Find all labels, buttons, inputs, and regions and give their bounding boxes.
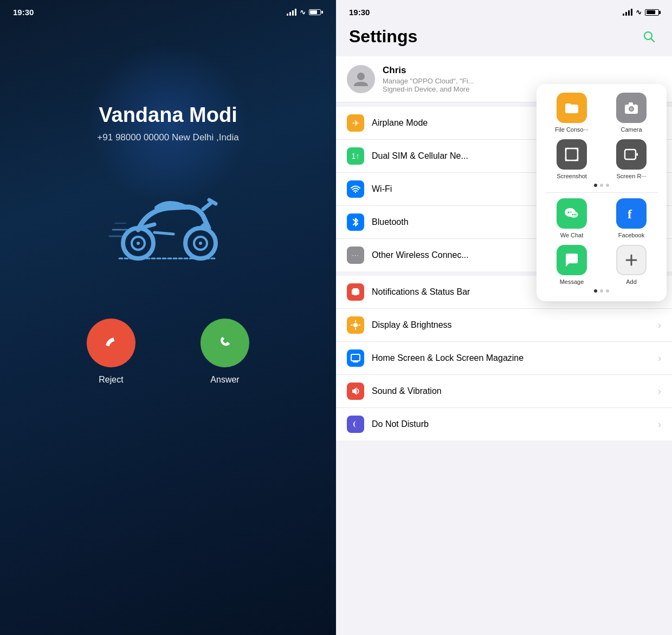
battery-icon-right <box>645 9 659 16</box>
svg-rect-33 <box>566 148 578 160</box>
wifi-icon-right: ∿ <box>636 8 642 16</box>
popup-message[interactable]: Message <box>545 245 598 285</box>
svg-point-17 <box>357 73 365 80</box>
moon-icon <box>351 419 360 429</box>
popup-screen-record[interactable]: Screen R··· <box>605 139 658 179</box>
search-button[interactable] <box>639 27 659 47</box>
answer-label: Answer <box>210 375 239 385</box>
plus-svg-icon <box>624 252 639 268</box>
status-bar-left: 19:30 ∿ <box>0 0 336 17</box>
screenshot-svg-icon <box>564 146 580 163</box>
airplane-icon: ✈ <box>347 114 364 132</box>
scooter-illustration <box>108 176 228 264</box>
person-icon <box>353 71 369 87</box>
homescreen-row[interactable]: Home Screen & Lock Screen Magazine › <box>336 342 672 375</box>
dot-inactive <box>606 289 609 293</box>
camera-label: Camera <box>621 126 642 133</box>
camera-icon <box>616 93 647 123</box>
homescreen-label-wrap: Home Screen & Lock Screen Magazine <box>372 353 658 363</box>
wechat-label: We Chat <box>560 232 584 238</box>
dot-active <box>594 289 597 293</box>
notifications-icon <box>347 283 364 301</box>
svg-text:f: f <box>628 207 632 221</box>
reject-label: Reject <box>99 375 123 385</box>
dnd-icon <box>347 416 364 433</box>
reject-phone-icon <box>101 333 121 353</box>
add-icon <box>616 245 647 275</box>
wifi-symbol <box>351 185 360 193</box>
screen-record-svg-icon <box>623 146 639 163</box>
popup-grid-page1: File Conso··· Camera <box>545 93 658 179</box>
svg-line-10 <box>154 232 173 234</box>
chevron-icon: › <box>658 353 661 364</box>
chevron-icon: › <box>658 320 661 331</box>
popup-grid-page2: We Chat f Facebook Message <box>545 198 658 285</box>
popup-separator <box>545 192 658 193</box>
bluetooth-icon <box>347 213 364 231</box>
dual-sim-icon: 1↑ <box>347 147 364 165</box>
svg-point-41 <box>574 214 576 216</box>
answer-circle[interactable] <box>201 319 249 367</box>
speaker-icon <box>351 386 360 396</box>
reject-call-button[interactable]: Reject <box>87 319 135 385</box>
popup-facebook[interactable]: f Facebook <box>605 198 658 238</box>
screenshot-icon <box>557 139 587 170</box>
screen-record-icon <box>616 139 647 170</box>
folder-icon <box>564 100 580 116</box>
bluetooth-symbol <box>352 217 359 228</box>
svg-line-16 <box>651 38 655 42</box>
wifi-icon: ∿ <box>300 8 306 16</box>
sound-row[interactable]: Sound & Vibration › <box>336 375 672 408</box>
dot-inactive <box>606 184 609 187</box>
display-row[interactable]: Display & Brightness › <box>336 309 672 342</box>
svg-rect-34 <box>625 150 636 159</box>
caller-info: Vandana Modi +91 98000 00000 New Delhi ,… <box>97 103 238 143</box>
settings-header: Settings <box>336 17 672 53</box>
svg-point-31 <box>630 107 633 111</box>
popup-camera[interactable]: Camera <box>605 93 658 133</box>
screen-icon <box>351 354 360 362</box>
svg-point-18 <box>355 192 356 193</box>
popup-dots-2 <box>545 289 658 293</box>
app-shortcut-popup: File Conso··· Camera <box>537 84 667 301</box>
svg-point-5 <box>199 242 202 245</box>
call-buttons: Reject Answer <box>87 319 249 385</box>
chevron-icon: › <box>658 386 661 397</box>
battery-icon <box>309 9 323 15</box>
file-console-label: File Conso··· <box>555 126 589 133</box>
popup-screenshot[interactable]: Screenshot <box>545 139 598 179</box>
status-icons-left: ∿ <box>287 8 323 16</box>
caller-number: +91 98000 00000 New Delhi ,India <box>97 132 238 143</box>
svg-rect-27 <box>351 354 360 361</box>
dnd-row[interactable]: Do Not Disturb › <box>336 408 672 440</box>
settings-title: Settings <box>349 27 417 47</box>
wifi-row-icon <box>347 180 364 198</box>
svg-point-22 <box>353 323 358 327</box>
sound-label: Sound & Vibration <box>372 386 658 396</box>
popup-wechat[interactable]: We Chat <box>545 198 598 238</box>
homescreen-label: Home Screen & Lock Screen Magazine <box>372 353 524 362</box>
answer-phone-icon <box>215 333 235 353</box>
reject-circle[interactable] <box>87 319 135 367</box>
caller-name: Vandana Modi <box>97 103 238 127</box>
message-icon <box>557 245 587 275</box>
dot-inactive <box>600 184 603 187</box>
scooter-svg <box>108 176 228 262</box>
dnd-label: Do Not Disturb <box>372 419 658 429</box>
svg-rect-32 <box>629 102 633 105</box>
camera-svg-icon <box>623 100 639 116</box>
answer-call-button[interactable]: Answer <box>201 319 249 385</box>
homescreen-icon <box>347 349 364 367</box>
svg-point-39 <box>570 211 578 218</box>
popup-file-console[interactable]: File Conso··· <box>545 93 598 133</box>
popup-add[interactable]: Add <box>605 245 658 285</box>
facebook-icon: f <box>616 198 647 229</box>
file-console-icon <box>557 93 587 123</box>
settings-screen: 19:30 ∿ Settings <box>336 0 672 635</box>
message-label: Message <box>560 278 584 285</box>
svg-line-6 <box>203 203 211 209</box>
search-icon <box>642 30 656 44</box>
signal-icon-right <box>623 9 632 16</box>
facebook-label: Facebook <box>618 232 644 238</box>
facebook-svg-icon: f <box>623 205 639 222</box>
